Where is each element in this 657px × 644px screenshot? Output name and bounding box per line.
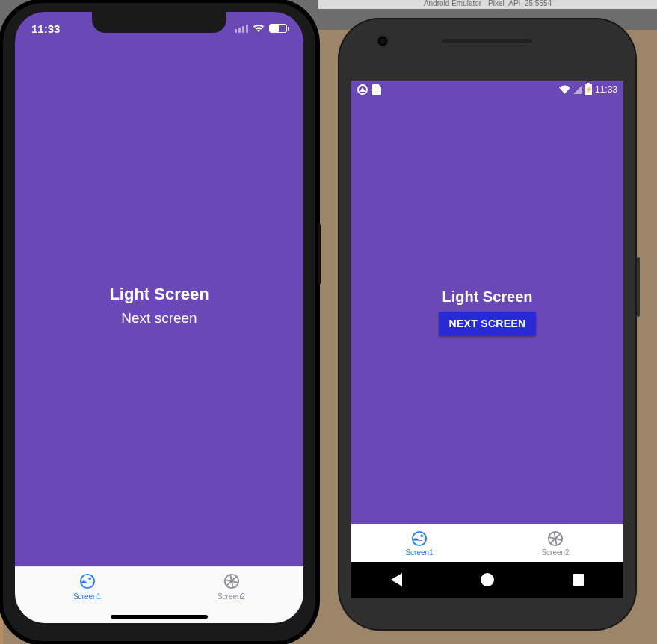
globe-icon: [411, 530, 428, 547]
nav-home-button[interactable]: [481, 573, 494, 586]
wifi-icon: [253, 24, 265, 33]
iphone-screen: 11:33 Light Screen Next screen Screen1: [15, 12, 303, 623]
iphone-device-frame: 11:33 Light Screen Next screen Screen1: [0, 0, 318, 644]
next-screen-button[interactable]: NEXT SCREEN: [439, 312, 537, 335]
svg-line-5: [232, 581, 233, 588]
android-status-bar: ⚡ 11:33: [351, 81, 623, 99]
expo-notification-icon: [357, 84, 368, 95]
ios-status-indicators: [235, 24, 287, 33]
tab-label: Screen2: [218, 592, 245, 601]
tab-screen2[interactable]: Screen2: [487, 524, 623, 562]
android-tab-bar: Screen1 Screen2: [351, 524, 623, 562]
nav-back-button[interactable]: [391, 573, 402, 586]
svg-line-8: [230, 575, 232, 581]
ios-tab-bar: Screen1 Screen2: [15, 566, 303, 623]
pixel-device-frame: ⚡ 11:33 Light Screen NEXT SCREEN Screen1: [338, 18, 637, 631]
battery-charging-icon: ⚡: [585, 84, 592, 95]
aperture-icon: [547, 530, 564, 547]
cellular-signal-icon: [235, 25, 248, 33]
ios-screen-content: Light Screen Next screen: [15, 45, 303, 566]
wifi-icon: [559, 85, 570, 94]
android-screen-content: Light Screen NEXT SCREEN: [351, 99, 623, 524]
ios-clock: 11:33: [31, 22, 60, 35]
pixel-side-button: [637, 257, 640, 317]
svg-line-17: [554, 531, 555, 538]
home-indicator[interactable]: [111, 615, 208, 619]
android-navigation-bar: [351, 562, 623, 598]
emulator-titlebar: Android Emulator - Pixel_API_25:5554: [318, 0, 657, 9]
cellular-signal-icon: [573, 85, 582, 94]
pixel-front-camera: [378, 37, 387, 46]
sd-card-icon: [372, 84, 381, 95]
svg-point-10: [420, 534, 423, 537]
svg-line-15: [550, 539, 555, 543]
page-title: Light Screen: [109, 285, 209, 304]
android-screen: ⚡ 11:33 Light Screen NEXT SCREEN Screen1: [351, 81, 623, 562]
tab-screen1[interactable]: Screen1: [351, 524, 487, 562]
svg-line-12: [555, 533, 560, 538]
aperture-icon: [223, 573, 240, 589]
next-screen-button[interactable]: Next screen: [121, 310, 197, 326]
nav-recents-button[interactable]: [573, 574, 584, 586]
tab-label: Screen1: [73, 592, 101, 601]
iphone-notch: [92, 12, 226, 33]
iphone-power-button: [318, 224, 321, 284]
globe-icon: [79, 573, 96, 589]
tab-label: Screen2: [541, 548, 569, 557]
svg-line-6: [226, 581, 231, 586]
page-title: Light Screen: [442, 288, 532, 306]
svg-line-14: [555, 539, 557, 545]
tab-label: Screen1: [405, 548, 433, 557]
svg-line-3: [232, 577, 236, 581]
android-clock: 11:33: [595, 84, 617, 95]
battery-icon: [269, 24, 287, 33]
svg-point-1: [88, 578, 91, 580]
pixel-speaker: [442, 39, 532, 43]
